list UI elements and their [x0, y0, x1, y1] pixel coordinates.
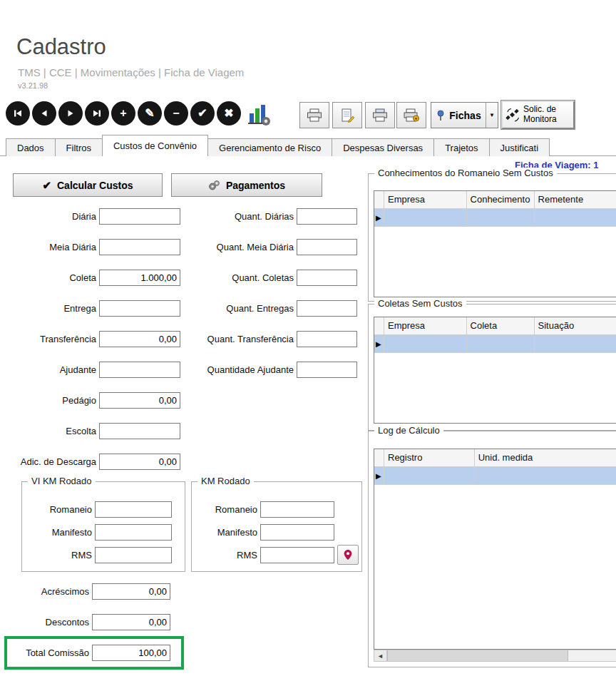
edit-record-button[interactable]: ✎	[138, 101, 162, 126]
row-indicator: ▶	[374, 209, 384, 227]
meia-diaria-input[interactable]	[99, 239, 180, 255]
grid-selected-row[interactable]: ▶	[374, 467, 616, 485]
vi-manifesto-label: Manifesto	[25, 527, 92, 538]
km-rms-label: RMS	[195, 550, 257, 560]
tab-custos-de-convenio[interactable]: Custos de Convênio	[102, 135, 208, 156]
confirm-button[interactable]: ✔	[190, 101, 215, 126]
quant-diarias-label: Quant. Diárias	[182, 211, 294, 222]
entrega-input[interactable]	[99, 300, 180, 317]
tab-dados[interactable]: Dados	[6, 138, 56, 156]
nav-first-button[interactable]	[6, 101, 30, 126]
export-document-button[interactable]	[332, 102, 362, 128]
group-km-title: KM Rodado	[197, 476, 254, 486]
tab-gerenciamento-de-risco[interactable]: Gerenciamento de Risco	[207, 138, 332, 156]
vi-rms-label: RMS	[25, 550, 92, 560]
quant-entregas-input[interactable]	[297, 300, 357, 317]
tab-despesas-diversas[interactable]: Despesas Diversas	[332, 138, 434, 156]
column-header-conhecimento[interactable]: Conhecimento	[467, 191, 535, 209]
column-header-unid-medida[interactable]: Unid. medida	[475, 449, 616, 467]
map-pin-button[interactable]	[337, 545, 359, 565]
quant-diarias-input[interactable]	[297, 208, 357, 225]
tab-filtros[interactable]: Filtros	[55, 138, 103, 156]
km-rms-input[interactable]	[260, 547, 334, 563]
cell-coleta	[467, 335, 535, 353]
next-record-icon	[65, 108, 76, 119]
cell-empresa	[384, 209, 467, 227]
column-header-registro[interactable]: Registro	[384, 449, 475, 467]
quant-transferencia-input[interactable]	[297, 331, 357, 347]
diaria-label: Diária	[0, 211, 96, 222]
adic-descarga-input[interactable]	[99, 454, 180, 470]
nav-prev-button[interactable]	[32, 101, 56, 126]
row-indicator: ▶	[374, 467, 384, 485]
column-header-situacao[interactable]: Situação	[535, 317, 616, 335]
quantidade-ajudante-input[interactable]	[297, 362, 357, 378]
solic-monitora-button[interactable]: Solic. de Monitora	[501, 101, 575, 129]
delete-record-button[interactable]: −	[164, 101, 188, 126]
grid-indicator-header	[374, 191, 384, 209]
grid-indicator-header	[374, 449, 384, 467]
group-conhecimentos-title: Conhecimentos do Romaneio Sem Custos	[374, 168, 557, 178]
transferencia-input[interactable]	[99, 331, 180, 347]
group-log-de-calculo: Log de Cálculo Registro Unid. medida ▶ ◄	[368, 431, 616, 667]
diaria-input[interactable]	[99, 208, 180, 225]
escolta-input[interactable]	[99, 423, 180, 439]
cell-unid-medida	[475, 467, 616, 485]
vi-manifesto-input[interactable]	[95, 524, 172, 541]
grid-selected-row[interactable]: ▶	[374, 209, 616, 227]
solic-monitora-label: Solic. de Monitora	[523, 105, 557, 125]
quant-coletas-label: Quant. Coletas	[182, 272, 294, 283]
tab-trajetos[interactable]: Trajetos	[433, 138, 489, 156]
printer-icon	[306, 108, 323, 123]
ajudante-input[interactable]	[99, 362, 180, 378]
quant-entregas-label: Quant. Entregas	[182, 303, 294, 314]
version-label: v3.21.98	[18, 81, 48, 90]
chart-settings-button[interactable]	[245, 101, 272, 128]
column-header-remetente[interactable]: Remetente	[535, 191, 616, 209]
breadcrumb: TMS | CCE | Movimentações | Ficha de Via…	[18, 66, 244, 78]
pedagio-label: Pedágio	[0, 395, 96, 406]
ajudante-label: Ajudante	[0, 364, 96, 375]
cell-registro	[384, 467, 475, 485]
vi-romaneio-label: Romaneio	[25, 504, 92, 515]
km-manifesto-input[interactable]	[260, 524, 334, 541]
log-grid[interactable]: Registro Unid. medida ▶	[374, 449, 616, 650]
log-grid-horizontal-scrollbar[interactable]: ◄	[374, 650, 616, 662]
scrollbar-thumb[interactable]	[387, 650, 568, 661]
print-button[interactable]	[299, 102, 329, 128]
cancel-button[interactable]: ✖	[217, 101, 241, 126]
fichas-dropdown-button[interactable]: ▼	[486, 102, 498, 128]
km-romaneio-input[interactable]	[260, 501, 334, 518]
nav-last-button[interactable]	[85, 101, 109, 126]
ficha-number: 1	[593, 160, 598, 170]
check-icon: ✔	[42, 179, 51, 192]
fichas-button[interactable]: Fichas	[431, 102, 486, 128]
total-comissao-input[interactable]	[92, 645, 170, 661]
grid-selected-row[interactable]: ▶	[374, 335, 616, 353]
print-report-button[interactable]	[365, 102, 395, 128]
scroll-left-arrow[interactable]: ◄	[374, 650, 387, 661]
quant-meia-diaria-input[interactable]	[297, 239, 357, 255]
column-header-empresa[interactable]: Empresa	[384, 317, 467, 335]
tab-justificativas[interactable]: Justificati	[489, 138, 550, 156]
total-comissao-label: Total Comissão	[0, 647, 89, 658]
vi-rms-input[interactable]	[95, 547, 172, 563]
print-secure-button[interactable]	[396, 102, 426, 128]
coletas-grid[interactable]: Empresa Coleta Situação ▶	[374, 317, 616, 424]
vi-romaneio-input[interactable]	[95, 501, 172, 518]
pagamentos-button[interactable]: Pagamentos	[171, 173, 322, 197]
nav-next-button[interactable]	[58, 101, 83, 126]
quant-coletas-input[interactable]	[297, 270, 357, 286]
coleta-input[interactable]	[99, 270, 180, 286]
last-record-icon	[91, 108, 103, 119]
column-header-coleta[interactable]: Coleta	[467, 317, 535, 335]
add-record-button[interactable]: +	[111, 101, 135, 126]
quantidade-ajudante-label: Quantidade Ajudante	[182, 364, 294, 375]
acrescimos-input[interactable]	[92, 583, 170, 600]
pedagio-input[interactable]	[99, 392, 180, 409]
conhecimentos-grid[interactable]: Empresa Conhecimento Remetente ▶	[374, 190, 616, 297]
calcular-custos-button[interactable]: ✔ Calcular Custos	[13, 173, 163, 197]
descontos-input[interactable]	[92, 614, 170, 630]
check-icon: ✔	[197, 108, 207, 119]
column-header-empresa[interactable]: Empresa	[384, 191, 467, 209]
